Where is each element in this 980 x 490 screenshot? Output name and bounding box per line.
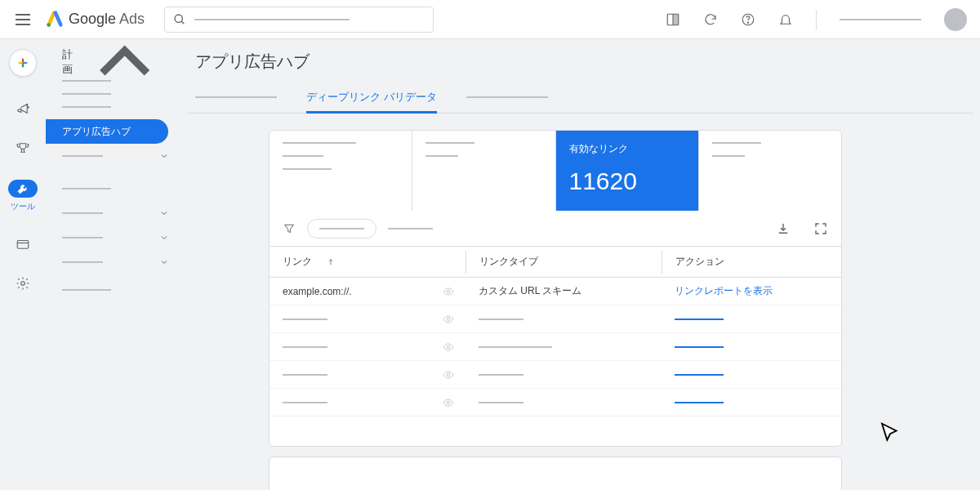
- toolbar-placeholder: [388, 228, 433, 229]
- page-title: アプリ広告ハブ: [187, 39, 973, 81]
- table-header-row: リンク リンクタイプ アクション: [270, 247, 841, 278]
- svg-point-11: [447, 318, 450, 321]
- account-placeholder: [840, 19, 921, 20]
- cursor-icon: [878, 421, 902, 445]
- table-row: [270, 389, 841, 416]
- refresh-icon[interactable]: [703, 12, 718, 27]
- cell-action-link[interactable]: [662, 374, 841, 376]
- stat-tile-valid-links[interactable]: 有効なリンク 11620: [556, 131, 699, 211]
- stat-label: 有効なリンク: [569, 142, 685, 156]
- stat-tile-1[interactable]: [270, 131, 412, 211]
- fullscreen-icon[interactable]: [813, 221, 828, 236]
- chevron-down-icon: [159, 151, 169, 161]
- search-icon: [173, 13, 186, 26]
- tools-nav-item[interactable]: ツール: [7, 180, 39, 212]
- validator-card: 有効なリンク 11620 リンク リンクタイプ アクション: [269, 130, 842, 447]
- th-action[interactable]: アクション: [662, 251, 841, 274]
- separator: [816, 10, 817, 29]
- eye-icon[interactable]: [443, 286, 454, 297]
- side-nav: 計画 アプリ広告ハブ: [46, 39, 180, 490]
- chevron-down-icon: [159, 208, 169, 218]
- sidenav-placeholder[interactable]: [62, 188, 111, 189]
- google-ads-logo-icon: [46, 11, 64, 29]
- search-placeholder: [194, 19, 350, 20]
- hamburger-icon[interactable]: [13, 10, 33, 29]
- cell-action-link[interactable]: [662, 318, 841, 320]
- chevron-down-icon: [159, 233, 169, 243]
- filter-chip[interactable]: [307, 219, 376, 238]
- sidenav-placeholder-expand[interactable]: [46, 225, 180, 250]
- tab-deeplink-validator[interactable]: ディープリンク バリデータ: [306, 81, 437, 113]
- settings-icon[interactable]: [16, 276, 30, 291]
- avatar[interactable]: [944, 8, 967, 31]
- th-link-type[interactable]: リンクタイプ: [466, 251, 662, 274]
- create-button[interactable]: [9, 49, 37, 77]
- stat-tile-4[interactable]: [699, 131, 841, 211]
- main-content: アプリ広告ハブ ディープリンク バリデータ 有効なリンク 11620: [180, 39, 980, 490]
- svg-rect-3: [674, 15, 678, 24]
- svg-point-1: [175, 15, 182, 22]
- sort-asc-icon: [327, 258, 335, 266]
- tools-icon: [16, 182, 29, 195]
- svg-point-0: [47, 23, 51, 27]
- help-icon[interactable]: [741, 12, 755, 27]
- tabs: ディープリンク バリデータ: [187, 81, 973, 114]
- svg-point-12: [447, 345, 450, 349]
- chevron-up-icon: [80, 17, 169, 106]
- search-input[interactable]: [164, 7, 434, 33]
- svg-point-10: [447, 290, 450, 293]
- svg-point-9: [21, 282, 25, 286]
- sidenav-placeholder[interactable]: [62, 289, 111, 291]
- eye-icon[interactable]: [443, 397, 454, 408]
- billing-icon[interactable]: [16, 237, 30, 252]
- left-rail: ツール: [0, 39, 46, 490]
- stats-row: 有効なリンク 11620: [270, 131, 841, 211]
- svg-point-5: [747, 22, 748, 23]
- svg-point-7: [28, 107, 29, 108]
- tab-placeholder[interactable]: [466, 81, 548, 113]
- svg-point-13: [447, 373, 450, 376]
- cell-action-link[interactable]: [662, 402, 841, 403]
- sidenav-placeholder-expand[interactable]: [46, 201, 180, 225]
- stat-tile-2[interactable]: [412, 131, 555, 211]
- eye-icon[interactable]: [443, 369, 454, 381]
- trophy-icon[interactable]: [16, 140, 30, 155]
- svg-point-14: [447, 401, 450, 404]
- cell-link: example.com://.: [270, 286, 466, 297]
- table-toolbar: [270, 211, 841, 247]
- table-row: [270, 305, 841, 333]
- table-row: [270, 333, 841, 361]
- notifications-icon[interactable]: [778, 12, 793, 27]
- sidenav-placeholder-expand[interactable]: [46, 144, 180, 168]
- eye-icon[interactable]: [443, 314, 454, 325]
- secondary-card: [269, 457, 842, 490]
- sidenav-section-plan[interactable]: 計画: [46, 51, 180, 74]
- tab-placeholder[interactable]: [195, 81, 277, 113]
- eye-icon[interactable]: [443, 341, 454, 353]
- header-actions: [666, 8, 967, 31]
- th-link[interactable]: リンク: [270, 255, 466, 269]
- campaigns-icon[interactable]: [16, 101, 30, 116]
- cell-action-link[interactable]: リンクレポートを表示: [662, 284, 841, 298]
- table-row: example.com://. カスタム URL スキーム リンクレポートを表示: [270, 278, 841, 305]
- filter-icon[interactable]: [283, 222, 296, 235]
- cell-action-link[interactable]: [662, 346, 841, 348]
- cell-link-type: カスタム URL スキーム: [466, 284, 662, 298]
- compare-icon[interactable]: [666, 12, 680, 27]
- chevron-down-icon: [159, 257, 169, 267]
- stat-value: 11620: [569, 167, 685, 195]
- tools-label: ツール: [11, 201, 35, 212]
- table-row: [270, 361, 841, 389]
- sidenav-item-app-hub[interactable]: アプリ広告ハブ: [46, 119, 168, 144]
- svg-point-6: [27, 105, 28, 105]
- download-icon[interactable]: [776, 221, 791, 236]
- sidenav-placeholder-expand[interactable]: [46, 250, 180, 274]
- svg-rect-8: [17, 241, 29, 249]
